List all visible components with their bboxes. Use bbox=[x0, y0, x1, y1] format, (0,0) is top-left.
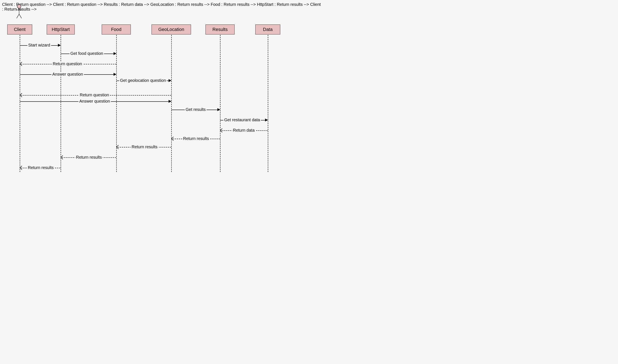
participant-data: Data bbox=[255, 25, 280, 35]
lifeline-food bbox=[116, 35, 117, 172]
message-label: Start wizard bbox=[27, 43, 51, 48]
arrowhead-icon bbox=[114, 52, 116, 55]
arrowhead-icon bbox=[171, 137, 175, 141]
message-label: Return results bbox=[131, 144, 158, 149]
participant-httpstart: HttpStart bbox=[47, 25, 75, 35]
message-label: Answer question bbox=[52, 72, 84, 77]
message-label: Get results bbox=[185, 107, 206, 112]
arrowhead-icon bbox=[217, 108, 220, 111]
arrowhead-icon bbox=[168, 79, 171, 82]
arrowhead-icon bbox=[168, 100, 171, 103]
svg-line-3 bbox=[17, 14, 19, 18]
arrowhead-icon bbox=[61, 155, 65, 159]
svg-line-4 bbox=[19, 14, 22, 18]
participant-food: Food bbox=[102, 25, 131, 35]
message-label: Get food question bbox=[70, 51, 104, 56]
actor-icon bbox=[15, 4, 23, 19]
message-label: Answer question bbox=[78, 99, 111, 104]
participant-label: Data bbox=[263, 27, 272, 32]
participant-client: Client bbox=[7, 25, 32, 35]
message-label: Return question bbox=[52, 62, 83, 66]
arrowhead-icon bbox=[20, 93, 24, 97]
lifeline-geolocation bbox=[171, 35, 172, 172]
message-label: Get restaurant data bbox=[223, 117, 261, 122]
arrowhead-icon bbox=[20, 62, 24, 66]
participant-label: Client bbox=[14, 27, 26, 32]
participant-results: Results bbox=[206, 25, 235, 35]
arrowhead-icon bbox=[220, 128, 224, 132]
participant-label: HttpStart bbox=[52, 27, 70, 32]
message-label: Return results bbox=[27, 165, 55, 170]
message-label: Return results bbox=[75, 155, 103, 160]
message-label: Return question bbox=[79, 93, 110, 97]
lifeline-data bbox=[268, 35, 268, 172]
arrowhead-icon bbox=[20, 166, 24, 170]
lifeline-client bbox=[20, 35, 20, 172]
sequence-diagram: Client HttpStart Food GeoLocation Result… bbox=[2, 2, 322, 189]
participant-label: Food bbox=[111, 27, 121, 32]
lifeline-results bbox=[220, 35, 220, 172]
message-label: Return results bbox=[182, 136, 210, 141]
participant-geolocation: GeoLocation bbox=[152, 25, 191, 35]
arrowhead-icon bbox=[116, 145, 120, 149]
arrowhead-icon bbox=[58, 44, 61, 47]
message-label: Get geolocation question bbox=[119, 78, 167, 83]
participant-label: GeoLocation bbox=[158, 27, 184, 32]
arrowhead-icon bbox=[265, 118, 268, 121]
arrowhead-icon bbox=[114, 73, 116, 76]
lifeline-httpstart bbox=[61, 35, 61, 172]
message-label: Return data bbox=[232, 128, 256, 133]
participant-label: Results bbox=[212, 27, 228, 32]
svg-point-0 bbox=[17, 5, 21, 8]
